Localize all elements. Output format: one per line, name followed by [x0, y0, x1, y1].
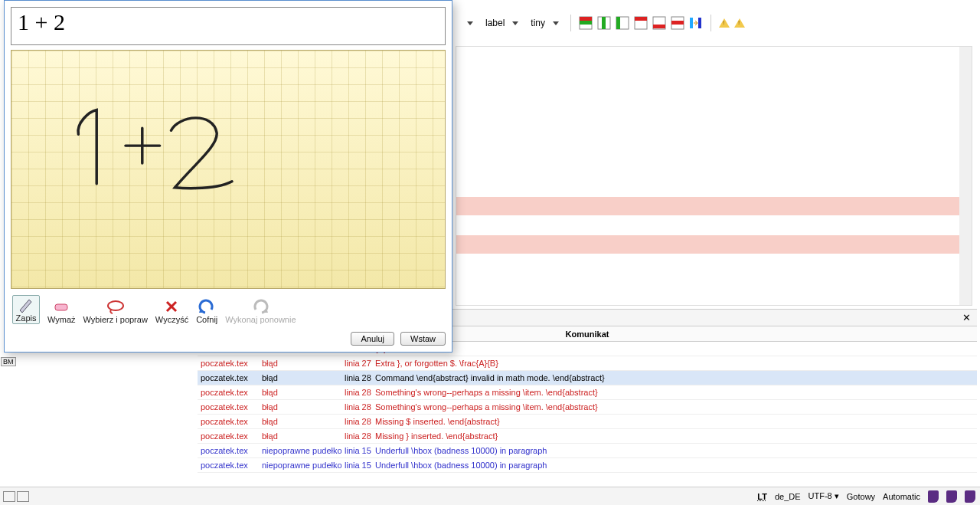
status-auto[interactable]: Automatic [883, 492, 920, 501]
cell-type: błąd [259, 417, 341, 426]
highlight-line [456, 235, 959, 254]
table-icon-2[interactable] [597, 16, 611, 30]
svg-rect-13 [690, 18, 693, 28]
tool-label: Wyczyść [155, 315, 188, 324]
highlight-line [456, 197, 959, 215]
toolbar-combo-label[interactable]: label [482, 17, 522, 29]
cell-line: linia 28 [341, 417, 372, 426]
cell-type: błąd [259, 373, 341, 382]
close-icon[interactable]: ✕ [959, 312, 974, 323]
table-row[interactable]: poczatek.texbłądlinia 27Extra }, or forg… [198, 356, 977, 371]
table-icon-5[interactable] [652, 16, 666, 30]
status-bar: LT de_DE UTF-8 ▾ Gotowy Automatic [0, 487, 980, 505]
svg-rect-10 [653, 25, 665, 28]
cell-type: błąd [259, 359, 341, 368]
svg-rect-14 [698, 18, 701, 28]
tool-undo[interactable]: Cofnij [196, 298, 217, 324]
toolbar-combo-size[interactable]: tiny [527, 17, 563, 29]
cell-line: linia 28 [341, 373, 372, 382]
handwriting-dialog: 1 + 2 Zapis Wymaż Wybierz i popraw Wyczy… [4, 0, 452, 353]
handwriting-tool-row: Zapis Wymaż Wybierz i popraw Wyczyść Cof… [11, 293, 446, 324]
tool-select-fix[interactable]: Wybierz i popraw [83, 298, 148, 324]
cell-msg: Something's wrong--perhaps a missing \it… [372, 388, 977, 397]
chevron-down-icon [512, 21, 518, 25]
tool-label: Cofnij [196, 315, 217, 324]
insert-button[interactable]: Wstaw [400, 332, 446, 346]
cell-msg: Extra }, or forgotten $. \frac{A}{B} [372, 359, 977, 368]
table-icon-3[interactable] [616, 16, 629, 30]
chevron-down-icon [553, 21, 559, 25]
handwriting-pad[interactable] [11, 50, 446, 289]
table-icon-1[interactable] [579, 16, 593, 30]
cell-msg: Underfull \hbox (badness 10000) in parag… [372, 446, 977, 455]
undo-icon [196, 298, 217, 315]
redo-icon [250, 298, 271, 315]
toolbar-combo-label-text: label [485, 18, 505, 28]
table-row[interactable]: poczatek.texbłądlinia 28Something's wron… [198, 385, 977, 400]
cell-file: poczatek.tex [198, 431, 259, 441]
warning-triangle-icon[interactable] [734, 18, 745, 28]
cell-msg: Command \end{abstract} invalid in math m… [372, 373, 977, 382]
cell-line: linia 28 [341, 388, 372, 397]
table-row[interactable]: poczatek.texniepoprawne pudełkolinia 15U… [198, 458, 977, 473]
top-toolbar: label tiny [456, 12, 978, 34]
svg-rect-2 [580, 21, 592, 25]
handwriting-strokes [11, 51, 445, 279]
cancel-button[interactable]: Anuluj [351, 332, 394, 346]
svg-rect-8 [635, 17, 647, 21]
table-row[interactable]: poczatek.texbłądlinia 28Missing $ insert… [198, 415, 977, 429]
tool-erase[interactable]: Wymaż [47, 298, 76, 324]
bookmark-badge: BM [1, 357, 16, 366]
cell-msg: Something's wrong--perhaps a missing \it… [372, 402, 977, 412]
svg-rect-1 [580, 17, 592, 21]
tool-clear[interactable]: Wyczyść [155, 298, 188, 324]
warning-triangle-icon[interactable] [719, 18, 730, 28]
cell-file: poczatek.tex [198, 446, 259, 455]
tool-redo: Wykonaj ponownie [225, 298, 296, 324]
table-row[interactable]: poczatek.texbłądlinia 28Missing } insert… [198, 429, 977, 444]
dialog-button-row: Anuluj Wstaw [11, 329, 446, 346]
separator [570, 15, 571, 31]
table-row[interactable]: poczatek.texbłądlinia 28Command \end{abs… [198, 371, 977, 385]
editor-area[interactable] [456, 46, 972, 306]
status-language[interactable]: de_DE [775, 492, 801, 501]
clear-x-icon [161, 298, 182, 315]
table-icon-6[interactable] [671, 16, 684, 30]
cell-msg: {B} [372, 344, 977, 353]
cell-type: niepoprawne pudełko [259, 461, 341, 470]
cell-line: linia 15 [341, 461, 372, 470]
status-lt[interactable]: LT [757, 492, 767, 501]
cell-file: poczatek.tex [198, 359, 259, 368]
cell-line: linia 28 [341, 402, 372, 412]
vertical-scrollbar[interactable] [959, 47, 972, 305]
status-encoding[interactable]: UTF-8 ▾ [808, 491, 839, 501]
columns-swap-icon[interactable] [689, 16, 703, 30]
tool-label: Wybierz i popraw [83, 315, 148, 324]
toolbar-combo-1[interactable] [456, 21, 477, 26]
cell-msg: Missing } inserted. \end{abstract} [372, 431, 977, 441]
eraser-icon [51, 298, 72, 315]
svg-rect-12 [671, 21, 684, 25]
tool-label: Wymaż [47, 315, 76, 324]
tool-label: Wykonaj ponownie [225, 315, 296, 324]
problems-list[interactable]: {B}poczatek.texbłądlinia 27Extra }, or f… [198, 342, 977, 482]
table-icon-4[interactable] [634, 16, 648, 30]
table-row[interactable]: poczatek.texbłądlinia 28Something's wron… [198, 400, 977, 415]
lasso-icon [105, 298, 126, 315]
bookmark-icon[interactable] [965, 490, 975, 503]
cell-file: poczatek.tex [198, 461, 259, 470]
cell-type: błąd [259, 402, 341, 412]
tool-label: Zapis [16, 313, 37, 323]
status-ready: Gotowy [847, 492, 875, 501]
cell-file: poczatek.tex [198, 402, 259, 412]
bookmark-icon[interactable] [946, 490, 957, 503]
layout-toggle-icon[interactable] [3, 491, 15, 502]
bookmark-icon[interactable] [928, 490, 939, 503]
tool-write[interactable]: Zapis [12, 295, 40, 324]
svg-rect-4 [602, 17, 606, 29]
table-row[interactable]: poczatek.texniepoprawne pudełkolinia 15U… [198, 444, 977, 458]
cell-msg: Underfull \hbox (badness 10000) in parag… [372, 461, 977, 470]
pencil-icon [15, 297, 37, 313]
layout-toggle-icon[interactable] [17, 491, 29, 502]
svg-point-16 [108, 301, 123, 310]
